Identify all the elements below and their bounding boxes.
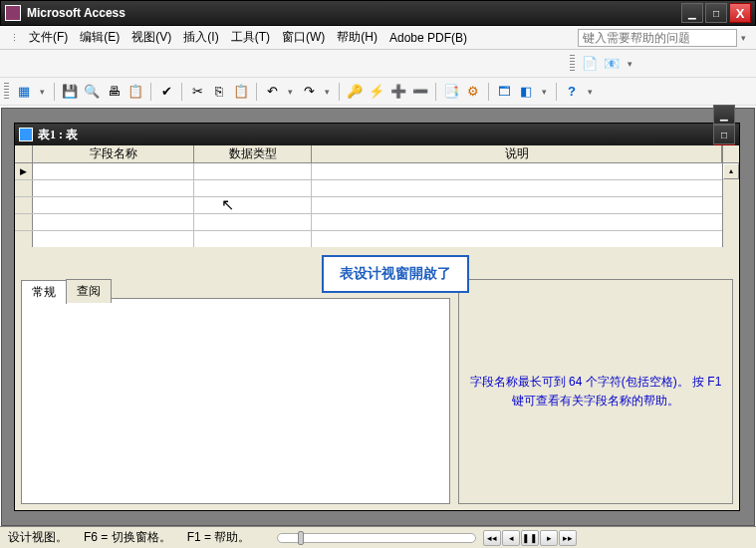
row-selector[interactable] (15, 180, 33, 196)
status-f6-hint: F6 = 切换窗格。 (84, 529, 171, 546)
delete-rows-icon[interactable]: ➖ (410, 82, 430, 102)
copy-icon[interactable]: ⎘ (209, 82, 229, 102)
new-object-icon[interactable]: ◧ (516, 82, 536, 102)
redo-drop-icon[interactable]: ▾ (321, 87, 334, 97)
mdi-workspace: 表1 : 表 ▁ □ X 字段名称 数据类型 说明 ▴ (1, 108, 755, 526)
table-row[interactable] (15, 163, 739, 180)
row-selector[interactable] (15, 214, 33, 230)
menu-tools[interactable]: 工具(T) (225, 27, 276, 48)
scroll-up-icon[interactable]: ▴ (723, 163, 739, 179)
tutorial-callout: 表设计视窗開啟了 (322, 255, 469, 293)
build-icon[interactable]: ⚙ (463, 82, 483, 102)
redo-icon[interactable]: ↷ (299, 82, 319, 102)
row-selector[interactable] (15, 231, 33, 247)
menu-window[interactable]: 窗口(W) (276, 27, 331, 48)
properties-icon[interactable]: 📑 (441, 82, 461, 102)
tab-general[interactable]: 常规 (21, 280, 67, 304)
grid-scroll-corner (722, 145, 739, 162)
media-play-button[interactable]: ▸ (540, 530, 558, 546)
child-minimize-button[interactable]: ▁ (713, 105, 735, 125)
table-design-window: 表1 : 表 ▁ □ X 字段名称 数据类型 说明 ▴ (14, 123, 740, 511)
database-window-icon[interactable]: 🗔 (494, 82, 514, 102)
column-header-description[interactable]: 说明 (312, 145, 722, 162)
column-header-datatype[interactable]: 数据类型 (194, 145, 312, 162)
primary-key-icon[interactable]: 🔑 (345, 82, 365, 102)
media-pause-button[interactable]: ❚❚ (521, 530, 539, 546)
view-button[interactable]: ▦ (14, 82, 34, 102)
close-button[interactable]: X (729, 3, 751, 23)
row-selector-header[interactable] (15, 145, 33, 162)
undo-icon[interactable]: ↶ (262, 82, 282, 102)
app-title: Microsoft Access (27, 6, 681, 20)
insert-rows-icon[interactable]: ➕ (388, 82, 408, 102)
table-row[interactable] (15, 214, 739, 231)
table-row[interactable] (15, 197, 739, 214)
child-titlebar: 表1 : 表 ▁ □ X (15, 124, 739, 145)
media-controls: ◂◂ ◂ ❚❚ ▸ ▸▸ (277, 530, 577, 546)
access-app-icon (5, 5, 21, 21)
indexes-icon[interactable]: ⚡ (367, 82, 386, 102)
app-titlebar: Microsoft Access ▁ □ X (0, 0, 756, 26)
maximize-button[interactable]: □ (705, 3, 727, 23)
child-window-title: 表1 : 表 (38, 127, 713, 143)
help-icon[interactable]: ? (562, 82, 582, 102)
help-search-input[interactable] (578, 29, 737, 47)
pdf-export-icon[interactable]: 📄 (580, 54, 600, 74)
status-f1-hint: F1 = 帮助。 (187, 529, 251, 546)
field-design-grid[interactable]: 字段名称 数据类型 说明 ▴ ↖ (15, 145, 739, 247)
menu-handle-icon[interactable]: ⋮ (6, 33, 23, 43)
help-search-drop-icon[interactable]: ▾ (737, 33, 750, 43)
column-header-fieldname[interactable]: 字段名称 (33, 145, 194, 162)
description-cell[interactable] (312, 163, 739, 179)
menu-view[interactable]: 视图(V) (126, 27, 177, 48)
menu-help[interactable]: 帮助(H) (331, 27, 383, 48)
media-progress-thumb[interactable] (298, 531, 304, 545)
toolbar-handle-icon[interactable] (4, 83, 9, 101)
media-progress-track[interactable] (277, 533, 476, 543)
child-maximize-button[interactable]: □ (713, 125, 735, 144)
search-icon[interactable]: 🔍 (82, 82, 102, 102)
pdf-toolbar-drop-icon[interactable]: ▾ (624, 59, 636, 69)
general-tab-panel[interactable] (21, 298, 450, 504)
new-object-drop-icon[interactable]: ▾ (538, 87, 551, 97)
cut-icon[interactable]: ✂ (187, 82, 207, 102)
media-next-button[interactable]: ▸▸ (559, 530, 577, 546)
field-properties-pane: 常规 查阅 字段名称最长可到 64 个字符(包括空格)。 按 F1 键可查看有关… (15, 273, 739, 510)
pdf-toolbar: 📄 📧 ▾ (0, 50, 756, 78)
fieldname-cell[interactable] (33, 163, 194, 179)
spell-check-icon[interactable]: ✔ (156, 82, 176, 102)
table-icon (19, 128, 33, 141)
standard-toolbar: ▦▾ 💾 🔍 🖶 📋 ✔ ✂ ⎘ 📋 ↶▾ ↷▾ 🔑 ⚡ ➕ ➖ 📑 ⚙ 🗔 ◧… (0, 78, 756, 106)
menubar: ⋮ 文件(F) 编辑(E) 视图(V) 插入(I) 工具(T) 窗口(W) 帮助… (0, 26, 756, 50)
undo-drop-icon[interactable]: ▾ (284, 87, 297, 97)
properties-tab-strip: 常规 查阅 (21, 279, 111, 303)
pdf-mail-icon[interactable]: 📧 (602, 54, 622, 74)
datatype-cell[interactable] (194, 163, 312, 179)
minimize-button[interactable]: ▁ (681, 3, 703, 23)
save-icon[interactable]: 💾 (60, 82, 80, 102)
print-preview-icon[interactable]: 📋 (126, 82, 145, 102)
menu-file[interactable]: 文件(F) (23, 27, 74, 48)
status-view-mode: 设计视图。 (8, 529, 68, 546)
media-back-button[interactable]: ◂ (502, 530, 520, 546)
field-help-panel: 字段名称最长可到 64 个字符(包括空格)。 按 F1 键可查看有关字段名称的帮… (458, 279, 733, 504)
media-prev-button[interactable]: ◂◂ (483, 530, 501, 546)
grid-header-row: 字段名称 数据类型 说明 (15, 145, 739, 163)
statusbar: 设计视图。 F6 = 切换窗格。 F1 = 帮助。 ◂◂ ◂ ❚❚ ▸ ▸▸ (0, 526, 756, 548)
paste-icon[interactable]: 📋 (231, 82, 251, 102)
help-drop-icon[interactable]: ▾ (584, 87, 597, 97)
view-drop-icon[interactable]: ▾ (36, 87, 49, 97)
tab-lookup[interactable]: 查阅 (66, 279, 112, 303)
print-icon[interactable]: 🖶 (104, 82, 124, 102)
table-row[interactable] (15, 180, 739, 197)
row-selector[interactable] (15, 163, 33, 179)
table-row[interactable] (15, 231, 739, 247)
row-selector[interactable] (15, 197, 33, 213)
toolbar-handle-icon[interactable] (570, 55, 575, 73)
menu-insert[interactable]: 插入(I) (177, 27, 224, 48)
grid-vertical-scrollbar[interactable]: ▴ (722, 163, 739, 247)
menu-edit[interactable]: 编辑(E) (74, 27, 126, 48)
menu-adobe-pdf[interactable]: Adobe PDF(B) (383, 29, 473, 47)
field-help-text: 字段名称最长可到 64 个字符(包括空格)。 按 F1 键可查看有关字段名称的帮… (469, 373, 722, 411)
